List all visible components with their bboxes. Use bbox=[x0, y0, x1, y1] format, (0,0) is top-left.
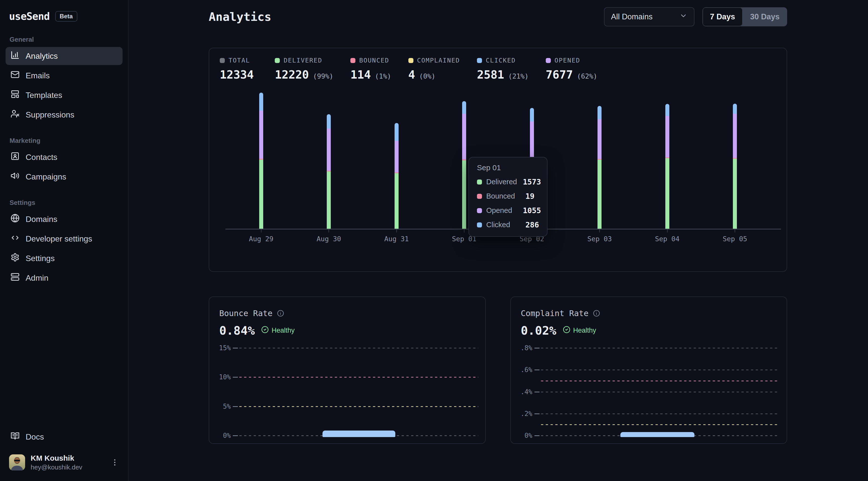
gridline bbox=[541, 414, 780, 414]
y-axis-tick bbox=[233, 377, 238, 378]
x-axis-label: Sep 05 bbox=[722, 235, 747, 243]
sidebar-item-label: Contacts bbox=[26, 153, 57, 162]
sidebar-item-label: Developer settings bbox=[26, 234, 92, 244]
threshold-line bbox=[541, 381, 780, 381]
tooltip-row-opened: Opened 1055 bbox=[477, 206, 541, 215]
sidebar-item-templates[interactable]: Templates bbox=[5, 86, 123, 104]
delivered-chip bbox=[477, 180, 482, 185]
sidebar-item-docs[interactable]: Docs bbox=[5, 428, 123, 446]
chart-tooltip: Sep 01 Delivered 1573 Bounced 19 Opened … bbox=[468, 157, 548, 237]
section-label-general: General bbox=[9, 36, 123, 43]
sidebar-item-label: Templates bbox=[26, 91, 62, 100]
stacked-bar-aug-29[interactable] bbox=[259, 93, 263, 229]
main-content: Analytics All Domains 7 Days 30 Days TOT… bbox=[129, 0, 868, 481]
y-axis-label: .4% bbox=[511, 388, 532, 396]
y-axis-tick bbox=[534, 435, 539, 436]
sidebar: useSend Beta General Analytics Emails Te… bbox=[0, 0, 129, 481]
sidebar-item-campaigns[interactable]: Campaigns bbox=[5, 168, 123, 186]
x-axis-tick bbox=[599, 229, 600, 232]
y-axis-label: .6% bbox=[511, 366, 532, 374]
y-axis-label: 0% bbox=[209, 432, 231, 439]
bar-segment-clicked bbox=[665, 104, 669, 116]
user-name: KM Koushik bbox=[31, 454, 82, 462]
bounced-chip bbox=[477, 194, 482, 199]
sidebar-item-admin[interactable]: Admin bbox=[5, 269, 123, 287]
x-axis-label: Aug 30 bbox=[316, 235, 341, 243]
tooltip-value: 286 bbox=[525, 220, 539, 229]
tooltip-value: 1055 bbox=[523, 206, 541, 215]
sidebar-item-suppressions[interactable]: Suppressions bbox=[5, 106, 123, 124]
sidebar-item-emails[interactable]: Emails bbox=[5, 67, 123, 85]
stacked-bar-aug-31[interactable] bbox=[395, 123, 399, 229]
bar-segment-delivered bbox=[259, 160, 263, 229]
y-axis-tick bbox=[534, 414, 539, 414]
rate-area-series bbox=[620, 432, 694, 437]
y-axis-tick bbox=[233, 348, 238, 348]
layout-template-icon bbox=[10, 90, 20, 101]
tooltip-value: 19 bbox=[525, 192, 534, 200]
sidebar-item-label: Emails bbox=[26, 71, 50, 80]
range-option-7-days[interactable]: 7 Days bbox=[703, 7, 743, 26]
user-email: hey@koushik.dev bbox=[31, 464, 82, 471]
x-axis-tick bbox=[667, 229, 668, 232]
app-window: useSend Beta General Analytics Emails Te… bbox=[0, 0, 868, 481]
sidebar-item-developer-settings[interactable]: Developer settings bbox=[5, 230, 123, 248]
bar-segment-clicked bbox=[597, 106, 601, 119]
brand-row: useSend Beta bbox=[5, 8, 123, 24]
x-axis-tick bbox=[261, 229, 261, 232]
email-volume-card: TOTAL 12334 DELIVERED 12220(99%) BOUNCED… bbox=[209, 48, 787, 272]
sidebar-item-settings[interactable]: Settings bbox=[5, 249, 123, 267]
bar-segment-delivered bbox=[395, 173, 399, 229]
range-option-30-days[interactable]: 30 Days bbox=[743, 7, 787, 26]
sidebar-item-label: Suppressions bbox=[26, 110, 74, 120]
chevron-down-icon bbox=[679, 12, 687, 22]
x-axis-label: Sep 03 bbox=[587, 235, 612, 243]
date-range-toggle: 7 Days 30 Days bbox=[703, 7, 787, 26]
tooltip-row-delivered: Delivered 1573 bbox=[477, 178, 541, 186]
domain-filter-select[interactable]: All Domains bbox=[604, 7, 694, 26]
section-label-marketing: Marketing bbox=[9, 137, 123, 145]
y-axis-label: .8% bbox=[511, 344, 532, 352]
tooltip-title: Sep 01 bbox=[477, 163, 541, 172]
bar-segment-opened bbox=[733, 114, 737, 158]
stacked-bar-sep-04[interactable] bbox=[665, 104, 669, 229]
gridline bbox=[541, 392, 780, 392]
header-controls: All Domains 7 Days 30 Days bbox=[604, 7, 787, 26]
stacked-bar-sep-03[interactable] bbox=[597, 106, 601, 229]
domain-filter-value: All Domains bbox=[611, 12, 652, 21]
stacked-bar-aug-30[interactable] bbox=[327, 114, 331, 229]
x-axis-tick bbox=[329, 229, 329, 232]
page-title: Analytics bbox=[209, 10, 271, 24]
sidebar-item-domains[interactable]: Domains bbox=[5, 210, 123, 228]
x-axis-label: Sep 04 bbox=[655, 235, 680, 243]
sidebar-item-contacts[interactable]: Contacts bbox=[5, 148, 123, 166]
y-axis-label: 0% bbox=[511, 432, 532, 439]
bounce-rate-card: Bounce Rate 0.84% Healthy 15%10%5%0% bbox=[209, 296, 486, 444]
y-axis-tick bbox=[534, 348, 539, 348]
bar-segment-opened bbox=[327, 129, 331, 171]
ellipsis-vertical-icon[interactable] bbox=[111, 458, 119, 467]
bar-chart-icon bbox=[10, 51, 20, 62]
bar-segment-opened bbox=[462, 114, 466, 160]
user-x-icon bbox=[10, 109, 20, 120]
gridline bbox=[541, 348, 780, 348]
sidebar-item-label: Settings bbox=[26, 254, 55, 263]
sidebar-item-label: Admin bbox=[26, 274, 49, 283]
rate-area-series bbox=[322, 430, 395, 437]
bar-segment-opened bbox=[665, 116, 669, 157]
stacked-bar-sep-01[interactable] bbox=[462, 101, 466, 229]
complaint-rate-card: Complaint Rate 0.02% Healthy .8%.6%.4%.2… bbox=[510, 296, 787, 444]
code-icon bbox=[10, 233, 20, 244]
gridline bbox=[239, 406, 478, 407]
user-meta: KM Koushik hey@koushik.dev bbox=[31, 454, 82, 471]
rate-cards-row: Bounce Rate 0.84% Healthy 15%10%5%0% Com… bbox=[209, 296, 787, 444]
user-account-row[interactable]: KM Koushik hey@koushik.dev bbox=[5, 451, 123, 474]
contact-book-icon bbox=[10, 152, 20, 163]
stacked-bar-sep-05[interactable] bbox=[733, 104, 737, 229]
sidebar-footer: Docs KM Koushik hey@koushi bbox=[5, 428, 123, 474]
bar-segment-clicked bbox=[462, 101, 466, 114]
bounce-rate-chart: 15%10%5%0% bbox=[209, 297, 485, 443]
sidebar-item-analytics[interactable]: Analytics bbox=[5, 47, 123, 65]
bar-segment-clicked bbox=[259, 93, 263, 111]
x-axis-tick bbox=[396, 229, 397, 232]
